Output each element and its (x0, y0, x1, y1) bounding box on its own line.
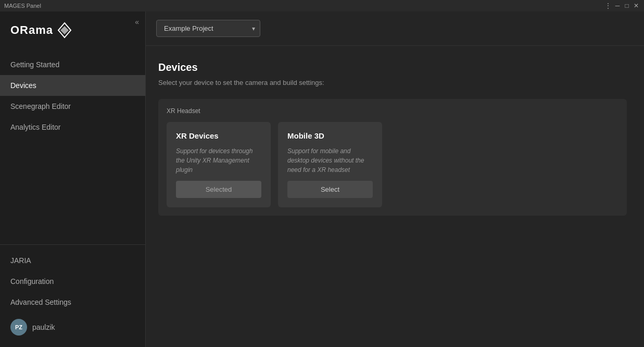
project-dropdown-wrapper: Example Project Project 2 Project 3 ▾ (156, 20, 260, 37)
mobile-3d-description: Support for mobile and desktop devices w… (287, 146, 373, 175)
more-options-btn[interactable]: ⋮ (604, 2, 612, 9)
close-btn[interactable]: ✕ (633, 2, 640, 9)
minimize-btn[interactable]: ─ (614, 2, 621, 9)
page-title: Devices (158, 61, 632, 73)
xr-devices-title: XR Devices (176, 131, 261, 140)
mobile-3d-title: Mobile 3D (287, 131, 373, 140)
content-header: Example Project Project 2 Project 3 ▾ (146, 11, 644, 46)
svg-marker-1 (60, 26, 69, 34)
collapse-icon: « (135, 18, 139, 26)
mobile-3d-select-button[interactable]: Select (287, 181, 373, 198)
sidebar-item-getting-started[interactable]: Getting Started (0, 54, 145, 75)
title-bar-title: MAGES Panel (4, 3, 41, 9)
content-area: Example Project Project 2 Project 3 ▾ De… (146, 11, 644, 347)
device-card-xr: XR Devices Support for devices through t… (167, 122, 271, 207)
xr-devices-selected-button: Selected (176, 181, 261, 198)
sidebar-item-analytics-editor[interactable]: Analytics Editor (0, 117, 145, 138)
device-card-mobile: Mobile 3D Support for mobile and desktop… (278, 122, 382, 207)
main-layout: « ORama Getting Started Devices Scenegra… (0, 11, 644, 347)
logo-area: ORama (0, 11, 145, 54)
sidebar-collapse-button[interactable]: « (133, 17, 141, 27)
title-bar-left: MAGES Panel (4, 3, 41, 9)
devices-section: XR Headset XR Devices Support for device… (158, 99, 627, 216)
avatar: PZ (10, 319, 27, 336)
title-bar-controls: ⋮ ─ □ ✕ (604, 2, 640, 9)
sidebar: « ORama Getting Started Devices Scenegra… (0, 11, 146, 347)
sidebar-item-configuration[interactable]: Configuration (0, 271, 145, 292)
sidebar-item-advanced-settings[interactable]: Advanced Settings (0, 292, 145, 313)
logo-diamond-icon (56, 22, 73, 39)
nav-bottom: JARIA Configuration Advanced Settings PZ… (0, 244, 145, 347)
username: paulzik (32, 323, 55, 331)
xr-devices-description: Support for devices through the Unity XR… (176, 146, 261, 175)
maximize-btn[interactable]: □ (623, 2, 630, 9)
xr-section-label: XR Headset (167, 107, 618, 115)
title-bar: MAGES Panel ⋮ ─ □ ✕ (0, 0, 644, 11)
logo-text: ORama (10, 23, 53, 37)
project-dropdown[interactable]: Example Project Project 2 Project 3 (156, 20, 260, 37)
content-body: Devices Select your device to set the ca… (146, 46, 644, 347)
page-subtitle: Select your device to set the camera and… (158, 79, 632, 86)
user-area[interactable]: PZ paulzik (0, 313, 145, 342)
nav-section: Getting Started Devices Scenegraph Edito… (0, 54, 145, 244)
sidebar-item-jaria[interactable]: JARIA (0, 250, 145, 271)
sidebar-item-devices[interactable]: Devices (0, 75, 145, 96)
sidebar-item-scenegraph-editor[interactable]: Scenegraph Editor (0, 96, 145, 117)
device-cards: XR Devices Support for devices through t… (167, 122, 618, 207)
